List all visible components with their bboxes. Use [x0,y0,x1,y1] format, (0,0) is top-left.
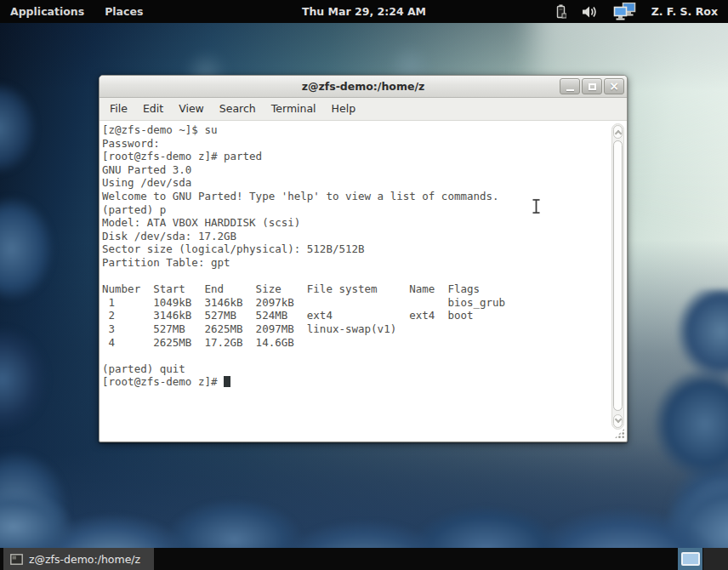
terminal-viewport[interactable]: [z@zfs-demo ~]$ su Password: [root@zfs-d… [100,121,627,441]
workspace-1-button[interactable] [677,548,702,570]
terminal-line: [z@zfs-demo ~]$ su [102,123,610,137]
terminal-line: Using /dev/sda [102,176,610,190]
menu-file[interactable]: File [102,98,135,120]
terminal-prompt-line: [root@zfs-demo z]# [102,375,610,389]
terminal-cursor [224,376,230,387]
terminal-line: Welcome to GNU Parted! Type 'help' to vi… [102,190,610,203]
scroll-up-button[interactable] [613,125,623,139]
resize-grip[interactable] [614,428,625,439]
window-controls: × [560,78,624,94]
terminal-prompt: [root@zfs-demo z]# [102,375,224,388]
taskbar: z@zfs-demo:/home/z [0,548,728,570]
terminal-line: Partition Table: gpt [102,256,610,270]
minimize-button[interactable] [560,78,580,94]
wallpaper-rocks-right [639,289,728,570]
terminal-table-row: 2 3146kB 527MB 524MB ext4 ext4 boot [102,309,610,322]
top-bar: Applications Places Thu Mar 29, 2:24 AM [0,0,728,23]
terminal-line: (parted) p [102,203,610,217]
applications-menu[interactable]: Applications [0,0,94,23]
terminal-line: Sector size (logical/physical): 512B/512… [102,242,610,256]
user-menu[interactable]: Z. F. S. Rox [651,5,718,18]
terminal-line: GNU Parted 3.0 [102,163,610,177]
maximize-button[interactable] [582,78,602,94]
taskbar-window-label: z@zfs-demo:/home/z [29,553,140,566]
terminal-table-row: 3 527MB 2625MB 2097MB linux-swap(v1) [102,322,610,336]
terminal-table-header: Number Start End Size File system Name F… [102,282,610,296]
workspace-switcher [677,548,728,570]
close-icon: × [609,79,619,94]
terminal-line [102,270,610,283]
chevron-down-icon [614,416,621,423]
scrollbar[interactable] [611,123,624,430]
scroll-down-button[interactable] [613,414,623,428]
window-titlebar[interactable]: z@zfs-demo:/home/z × [100,76,627,98]
scrollbar-thumb[interactable] [613,140,623,411]
workspace-window-thumbnail [681,552,700,566]
volume-icon[interactable] [582,5,598,19]
close-button[interactable]: × [604,78,624,94]
battery-icon[interactable] [555,4,566,19]
network-monitors-icon[interactable] [613,3,636,20]
menu-search[interactable]: Search [212,98,264,120]
terminal-window: z@zfs-demo:/home/z × File Edit View Sear… [99,75,628,442]
menu-edit[interactable]: Edit [135,98,171,120]
terminal-table-row: 1 1049kB 3146kB 2097kB bios_grub [102,296,610,310]
taskbar-window-button[interactable]: z@zfs-demo:/home/z [3,548,154,570]
terminal-line: [root@zfs-demo z]# parted [102,150,610,163]
top-bar-status-area: Z. F. S. Rox [555,3,728,20]
window-menubar: File Edit View Search Terminal Help [100,98,627,121]
desktop: Applications Places Thu Mar 29, 2:24 AM [0,0,728,570]
terminal-table-row: 4 2625MB 17.2GB 14.6GB [102,336,610,350]
chevron-up-icon [614,130,621,137]
window-title: z@zfs-demo:/home/z [302,80,425,93]
wallpaper-rocks-left [0,68,72,570]
terminal-line: Model: ATA VBOX HARDDISK (scsi) [102,216,610,230]
places-menu[interactable]: Places [94,0,153,23]
menu-view[interactable]: View [171,98,212,120]
terminal-line: Password: [102,137,610,151]
terminal-line: (parted) quit [102,362,610,376]
minimize-icon [566,89,574,91]
terminal-line: Disk /dev/sda: 17.2GB [102,230,610,243]
menu-terminal[interactable]: Terminal [264,98,324,120]
terminal-icon [10,554,23,565]
maximize-icon [589,83,596,90]
terminal-line [102,349,610,362]
terminal-output: [z@zfs-demo ~]$ su Password: [root@zfs-d… [102,123,610,389]
menu-help[interactable]: Help [324,98,364,120]
workspace-2-button[interactable] [702,548,728,570]
